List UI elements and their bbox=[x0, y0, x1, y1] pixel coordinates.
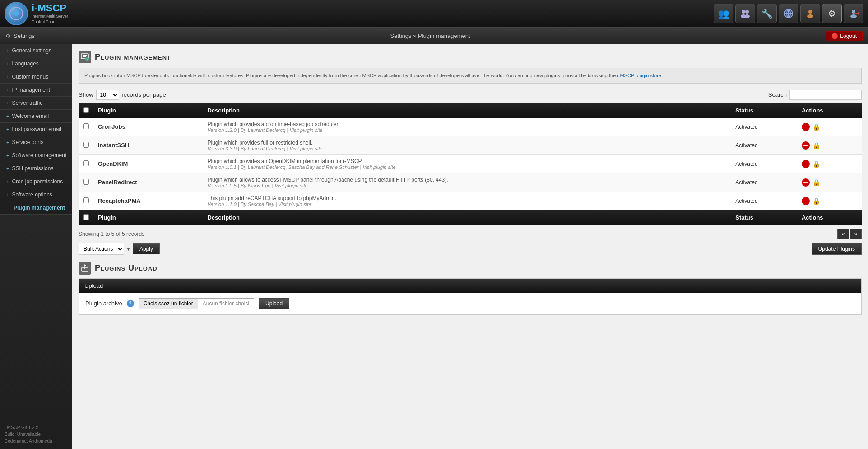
nav-icons: 👥 🔧 ⚙ bbox=[714, 4, 863, 23]
sidebar-item-cron-job-permissions[interactable]: +Cron job permissions bbox=[0, 175, 72, 188]
sidebar-item-custom-menus[interactable]: +Custom menus bbox=[0, 70, 72, 84]
row-checkbox-4[interactable] bbox=[83, 197, 89, 203]
last-page-button[interactable]: » bbox=[850, 229, 862, 239]
lock-icon-2: 🔒 bbox=[812, 160, 820, 168]
sidebar-item-label: Lost password email bbox=[12, 126, 61, 132]
content-area: ↑ Plugin management Plugins hook into i-… bbox=[72, 44, 868, 449]
actions-cell: — 🔒 bbox=[802, 197, 857, 205]
tools-icon[interactable]: 🔧 bbox=[757, 4, 777, 23]
svg-point-1 bbox=[14, 11, 19, 16]
table-header-row: Plugin Description Status Actions bbox=[79, 103, 862, 118]
logo-text-area: i-MSCP Internet Multi ServerControl Pane… bbox=[32, 2, 68, 24]
table-footer-row: Plugin Description Status Actions bbox=[79, 210, 862, 225]
expand-icon: + bbox=[6, 61, 9, 66]
row-checkbox-1[interactable] bbox=[83, 142, 89, 148]
disable-plugin-button-0[interactable]: — bbox=[802, 123, 810, 131]
choose-file-button[interactable]: Choisissez un fichier bbox=[139, 298, 198, 309]
apply-button[interactable]: Apply bbox=[133, 243, 160, 254]
records-per-page-select[interactable]: 10 25 50 100 bbox=[96, 90, 119, 100]
search-input[interactable] bbox=[789, 90, 862, 100]
plugin-status-cell: Activated bbox=[731, 173, 797, 192]
plugin-status-cell: Activated bbox=[731, 154, 797, 173]
plugin-footer: Plugin bbox=[93, 210, 203, 225]
upload-button[interactable]: Upload bbox=[259, 298, 289, 309]
svg-point-10 bbox=[808, 10, 812, 14]
sidebar-item-label: Service ports bbox=[12, 139, 43, 145]
sidebar-item-label: SSH permissions bbox=[12, 165, 53, 172]
show-label: Show bbox=[79, 91, 93, 98]
sidebar-item-general-settings[interactable]: +General settings bbox=[0, 44, 72, 57]
sidebar-item-ip-management[interactable]: +IP management bbox=[0, 84, 72, 97]
bottom-bar: Showing 1 to 5 of 5 records « » bbox=[79, 229, 862, 239]
search-label: Search bbox=[768, 91, 787, 98]
disable-plugin-button-1[interactable]: — bbox=[802, 141, 810, 150]
sidebar-item-languages[interactable]: +Languages bbox=[0, 57, 72, 70]
plugin-store-link[interactable]: i-MSCP plugin store bbox=[617, 73, 661, 78]
status-footer: Status bbox=[731, 210, 797, 225]
settings-label: ⚙ Settings bbox=[5, 33, 35, 39]
sidebar-item-lost-password-email[interactable]: +Lost password email bbox=[0, 123, 72, 136]
sidebar-item-software-management[interactable]: +Software management bbox=[0, 149, 72, 162]
sidebar-item-label: Cron job permissions bbox=[12, 178, 63, 185]
disable-plugin-button-2[interactable]: — bbox=[802, 160, 810, 168]
logo-icon bbox=[5, 2, 28, 25]
row-checkbox-3[interactable] bbox=[83, 179, 89, 185]
domains-icon[interactable] bbox=[779, 4, 798, 23]
sidebar-item-ssh-permissions[interactable]: +SSH permissions bbox=[0, 162, 72, 175]
sidebar-item-plugin-management[interactable]: Plugin management bbox=[0, 201, 72, 215]
sidebar-item-label: IP management bbox=[12, 87, 50, 93]
plugin-name-cell: OpenDKIM bbox=[93, 154, 203, 173]
plugin-actions-cell: — 🔒 bbox=[797, 173, 862, 192]
resellers-icon[interactable] bbox=[735, 4, 755, 23]
sidebar-item-label: Languages bbox=[12, 61, 38, 67]
clients-icon[interactable]: 👥 bbox=[714, 4, 733, 23]
sidebar-item-label: General settings bbox=[12, 47, 51, 54]
row-checkbox-0[interactable] bbox=[83, 123, 89, 129]
sidebar-item-label: Plugin management bbox=[14, 205, 65, 211]
sidebar-item-welcome-email[interactable]: +Welcome email bbox=[0, 110, 72, 123]
upload-section-title: Plugins Upload bbox=[95, 263, 158, 273]
plugin-description: Plugin which provides a cron time-based … bbox=[207, 121, 726, 127]
select-all-checkbox-footer[interactable] bbox=[83, 214, 89, 220]
settings-active-icon[interactable]: ⚙ bbox=[822, 4, 842, 23]
plugin-version: Version 1.1.0 | By Sascha Bay | Visit pl… bbox=[207, 201, 726, 207]
plugin-archive-label: Plugin archive bbox=[85, 300, 122, 307]
logout-button[interactable]: 🔴 Logout bbox=[826, 31, 863, 41]
users-icon[interactable] bbox=[800, 4, 820, 23]
sidebar-item-server-traffic[interactable]: +Server traffic bbox=[0, 97, 72, 110]
logout-nav-icon[interactable] bbox=[844, 4, 863, 23]
plugin-description: Plugin which provides an OpenDKIM implem… bbox=[207, 158, 726, 164]
svg-point-11 bbox=[807, 14, 813, 18]
sidebar-nav: +General settings+Languages+Custom menus… bbox=[0, 44, 72, 215]
actions-footer: Actions bbox=[797, 210, 862, 225]
table-row: OpenDKIM Plugin which provides an OpenDK… bbox=[79, 154, 862, 173]
disable-plugin-button-4[interactable]: — bbox=[802, 197, 810, 205]
show-row: Show 10 25 50 100 records per page Searc… bbox=[79, 90, 862, 100]
sidebar-item-service-ports[interactable]: +Service ports bbox=[0, 136, 72, 149]
plugin-desc-cell: This plugin add reCAPTCHA support to php… bbox=[203, 192, 731, 210]
sidebar-item-software-options[interactable]: +Software options bbox=[0, 188, 72, 201]
upload-header: Upload bbox=[79, 279, 861, 293]
actions-cell: — 🔒 bbox=[802, 141, 857, 150]
status-header: Status bbox=[731, 103, 797, 118]
help-icon[interactable]: ? bbox=[127, 300, 134, 307]
description-bar: Plugins hook into i-MSCP to extend its f… bbox=[79, 68, 862, 84]
first-page-button[interactable]: « bbox=[837, 229, 849, 239]
svg-marker-15 bbox=[858, 12, 859, 15]
row-checkbox-2[interactable] bbox=[83, 160, 89, 166]
main-layout: +General settings+Languages+Custom menus… bbox=[0, 44, 868, 449]
breadcrumb: Settings » Plugin management bbox=[390, 33, 470, 39]
sidebar: +General settings+Languages+Custom menus… bbox=[0, 44, 72, 449]
select-all-checkbox[interactable] bbox=[83, 107, 89, 113]
disable-plugin-button-3[interactable]: — bbox=[802, 178, 810, 187]
logo-area: i-MSCP Internet Multi ServerControl Pane… bbox=[5, 2, 68, 25]
expand-icon: + bbox=[6, 140, 9, 145]
update-plugins-button[interactable]: Update Plugins bbox=[812, 243, 862, 255]
plugin-version: Version 1.0.5 | By Ninos Ego | Visit plu… bbox=[207, 183, 726, 188]
svg-point-13 bbox=[850, 14, 857, 18]
expand-icon: + bbox=[6, 126, 9, 132]
plugin-status-cell: Activated bbox=[731, 118, 797, 136]
description-header: Description bbox=[203, 103, 731, 118]
bulk-actions-select[interactable]: Bulk Actions Enable Disable Delete bbox=[79, 243, 124, 255]
svg-rect-18 bbox=[83, 56, 86, 57]
